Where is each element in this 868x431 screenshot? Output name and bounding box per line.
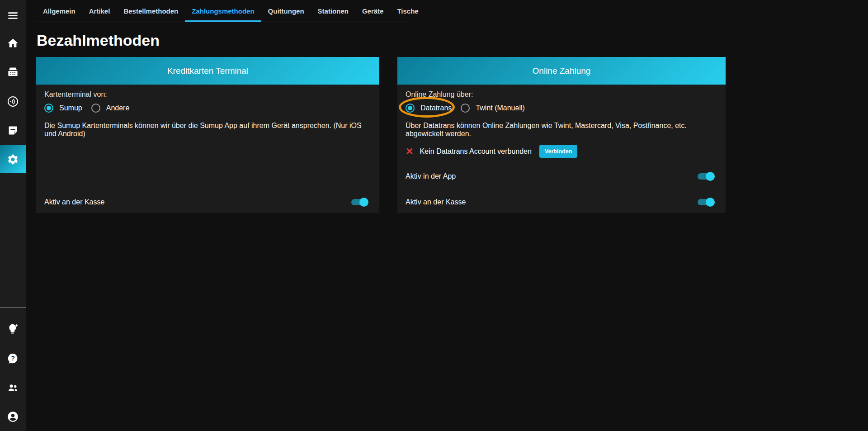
radio-sumup[interactable]: Sumup bbox=[44, 104, 82, 113]
card-body-kreditkarten-terminal: Kartenterminal von: Sumup Andere Die Sum… bbox=[36, 85, 379, 213]
tab-stationen[interactable]: Stationen bbox=[311, 0, 355, 22]
radio-datatrans-label: Datatrans bbox=[420, 104, 452, 112]
toggle-thumb bbox=[706, 198, 715, 207]
tab-artikel[interactable]: Artikel bbox=[82, 0, 117, 22]
toggle-thumb bbox=[706, 172, 715, 181]
sidebar-item-tips[interactable] bbox=[0, 316, 26, 341]
home-icon bbox=[7, 37, 19, 49]
terminal-description: Die Sumup Kartenterminals können wir übe… bbox=[44, 122, 374, 138]
sidebar: ? bbox=[0, 0, 26, 431]
card-header-kreditkarten-terminal: Kreditkarten Terminal bbox=[36, 57, 379, 85]
tab-zahlungsmethoden[interactable]: Zahlungsmethoden bbox=[185, 0, 261, 22]
radio-andere-label: Andere bbox=[106, 104, 130, 112]
radio-unselected-icon bbox=[461, 104, 470, 113]
online-description: Über Datatrans können Online Zahlungen w… bbox=[406, 122, 720, 138]
online-aktiv-app-toggle[interactable] bbox=[698, 172, 715, 181]
online-aktiv-kasse-row: Aktiv an der Kasse bbox=[406, 197, 715, 208]
card-header-online-zahlung: Online Zahlung bbox=[397, 57, 726, 85]
card-body-online-zahlung: Online Zahlung über: Datatrans Twint (Ma… bbox=[397, 85, 726, 213]
sidebar-item-notes[interactable] bbox=[0, 118, 26, 143]
verbinden-button[interactable]: Verbinden bbox=[539, 145, 577, 158]
online-aktiv-app-label: Aktiv in der App bbox=[406, 172, 456, 180]
online-aktiv-kasse-toggle[interactable] bbox=[698, 198, 715, 207]
svg-text:?: ? bbox=[11, 355, 15, 362]
terminal-aktiv-kasse-row: Aktiv an der Kasse bbox=[44, 197, 368, 208]
note-icon bbox=[7, 124, 19, 137]
sidebar-item-help[interactable]: ? bbox=[0, 346, 26, 371]
sidebar-item-users[interactable] bbox=[0, 374, 26, 400]
sidebar-item-register[interactable] bbox=[0, 59, 26, 85]
radio-datatrans[interactable]: Datatrans bbox=[406, 104, 452, 113]
card-online-zahlung: Online Zahlung Online Zahlung über: Data… bbox=[397, 57, 726, 213]
help-icon: ? bbox=[7, 352, 19, 365]
radio-twint-manuell[interactable]: Twint (Manuell) bbox=[461, 104, 524, 113]
tab-quittungen[interactable]: Quittungen bbox=[261, 0, 311, 22]
toggle-thumb bbox=[359, 198, 368, 207]
sidebar-item-menu[interactable] bbox=[0, 3, 26, 28]
settings-tab-bar: Allgemein Artikel Bestellmethoden Zahlun… bbox=[36, 0, 408, 22]
tab-bestellmethoden[interactable]: Bestellmethoden bbox=[117, 0, 185, 22]
online-aktiv-app-row: Aktiv in der App bbox=[406, 171, 715, 182]
gear-icon bbox=[7, 153, 19, 166]
page-title: Bezahlmethoden bbox=[37, 32, 160, 49]
terminal-aktiv-kasse-label: Aktiv an der Kasse bbox=[44, 198, 104, 206]
tab-geraete[interactable]: Geräte bbox=[355, 0, 391, 22]
sidebar-item-home[interactable] bbox=[0, 30, 26, 56]
radio-sumup-label: Sumup bbox=[59, 104, 82, 112]
datatrans-status-text: Kein Datatrans Account verbunden bbox=[420, 147, 532, 156]
sidebar-item-settings[interactable] bbox=[0, 145, 26, 173]
users-icon bbox=[7, 381, 19, 393]
sidebar-item-contactless[interactable] bbox=[0, 89, 26, 114]
lightbulb-sparkle-icon bbox=[7, 323, 19, 335]
radio-twint-label: Twint (Manuell) bbox=[476, 104, 524, 112]
radio-andere[interactable]: Andere bbox=[91, 104, 130, 113]
terminal-radio-group: Sumup Andere bbox=[44, 104, 129, 113]
radio-selected-icon bbox=[406, 104, 415, 113]
radio-selected-icon bbox=[44, 104, 53, 113]
datatrans-status-row: ✕ Kein Datatrans Account verbunden Verbi… bbox=[406, 145, 577, 158]
online-zahlung-ueber-label: Online Zahlung über: bbox=[406, 90, 473, 99]
kartenterminal-von-label: Kartenterminal von: bbox=[44, 90, 107, 99]
cash-register-icon bbox=[7, 66, 19, 78]
contactless-icon bbox=[7, 95, 19, 108]
hamburger-menu-icon bbox=[7, 9, 19, 22]
account-icon bbox=[7, 411, 19, 423]
tab-tische[interactable]: Tische bbox=[390, 0, 425, 22]
error-x-icon: ✕ bbox=[406, 147, 414, 156]
radio-unselected-icon bbox=[91, 104, 100, 113]
card-kreditkarten-terminal: Kreditkarten Terminal Kartenterminal von… bbox=[36, 57, 379, 213]
sidebar-divider bbox=[0, 307, 26, 308]
terminal-aktiv-kasse-toggle[interactable] bbox=[351, 198, 368, 207]
online-aktiv-kasse-label: Aktiv an der Kasse bbox=[406, 198, 466, 206]
sidebar-item-account[interactable] bbox=[0, 404, 26, 429]
online-radio-group: Datatrans Twint (Manuell) bbox=[406, 104, 525, 113]
tab-allgemein[interactable]: Allgemein bbox=[36, 0, 82, 22]
